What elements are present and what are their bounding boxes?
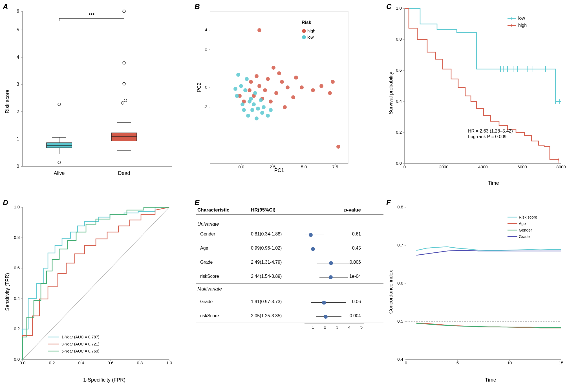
svg-text:0: 0	[17, 164, 19, 169]
svg-point-104	[249, 97, 253, 101]
panel-e-grade2-char: Grade	[200, 299, 213, 304]
svg-point-89	[245, 77, 249, 81]
svg-point-94	[260, 111, 264, 115]
svg-point-67	[274, 91, 278, 95]
panel-e-label: E	[195, 198, 199, 207]
svg-text:3: 3	[17, 82, 19, 87]
svg-point-102	[259, 98, 263, 102]
svg-text:4: 4	[205, 27, 207, 32]
panel-e-age-hr: 0.99(0.96-1.02)	[251, 246, 282, 250]
svg-text:1.0: 1.0	[396, 6, 402, 10]
panel-f-legend-grade: Grade	[519, 234, 530, 239]
svg-text:0.4: 0.4	[397, 357, 403, 362]
panel-e-col-char: Characteristic	[197, 207, 229, 213]
panel-f: F Concordance index Time 0.4 0.5 0.6 0.7…	[383, 196, 578, 392]
svg-text:1: 1	[17, 136, 19, 141]
panel-f-yaxis: Concordance index	[388, 270, 394, 314]
panel-e-grade2-pval: 0.06	[352, 299, 361, 304]
svg-point-192	[324, 315, 328, 319]
svg-point-70	[249, 80, 253, 84]
panel-e-riskscore-pval: 1e-04	[349, 274, 361, 279]
svg-text:2: 2	[205, 47, 207, 51]
svg-text:1: 1	[312, 325, 314, 329]
svg-point-69	[280, 80, 284, 84]
svg-point-36	[124, 99, 127, 102]
svg-point-95	[255, 116, 259, 120]
svg-text:15: 15	[559, 360, 564, 365]
svg-text:0.6: 0.6	[397, 281, 403, 285]
panel-e-grade-pval: 0.006	[350, 260, 361, 265]
svg-point-59	[302, 35, 306, 39]
panel-e-col-pval: p-value	[344, 207, 361, 213]
svg-point-68	[269, 100, 273, 103]
panel-f-legend-age: Age	[519, 221, 526, 226]
svg-point-100	[235, 94, 239, 98]
panel-e-gender-char: Gender	[200, 232, 215, 236]
svg-text:0.7: 0.7	[397, 243, 403, 247]
panel-c-legend-high: high	[518, 23, 527, 28]
svg-point-98	[246, 114, 250, 118]
svg-point-77	[311, 88, 315, 92]
panel-e-col-hr: HR(95%CI)	[251, 207, 275, 213]
panel-e-gender-hr: 0.81(0.34-1.88)	[251, 232, 282, 236]
panel-e-riskscore-char: riskScore	[200, 274, 219, 279]
svg-point-23	[58, 103, 61, 106]
panel-e-gender-pval: 0.61	[352, 232, 361, 236]
svg-text:0.8: 0.8	[396, 37, 402, 41]
panel-e-riskscore2-char: riskScore	[200, 313, 219, 318]
svg-point-103	[269, 108, 273, 112]
svg-text:4: 4	[348, 325, 350, 329]
panel-a-chart: Risk score 0 1 2 3 4 5 6	[3, 3, 186, 192]
svg-text:5: 5	[360, 325, 363, 329]
svg-point-60	[257, 28, 261, 32]
panel-a-xlab-dead: Dead	[118, 170, 130, 176]
panel-a-label: A	[3, 2, 8, 11]
panel-d-legend-3y: 3-Year (AUC = 0.721)	[61, 342, 100, 346]
svg-point-82	[283, 105, 287, 109]
svg-point-85	[255, 74, 259, 78]
svg-rect-39	[210, 11, 348, 164]
panel-c-chart: Survival probability Time 0.0 0.2 0.4 0.…	[386, 3, 572, 192]
svg-point-187	[329, 275, 333, 279]
svg-text:5: 5	[456, 360, 459, 365]
svg-text:4000: 4000	[478, 164, 487, 169]
svg-text:4: 4	[17, 55, 19, 60]
panel-c-label: C	[386, 2, 392, 11]
panel-a-yaxis-label: Risk score	[5, 90, 10, 113]
panel-c-xaxis: Time	[488, 180, 499, 186]
svg-text:0: 0	[205, 85, 207, 89]
panel-b-label: B	[195, 2, 200, 11]
svg-text:0: 0	[405, 360, 407, 365]
svg-text:***: ***	[89, 12, 94, 18]
svg-point-106	[241, 102, 244, 106]
panel-e-age-pval: 0.45	[352, 246, 361, 250]
svg-point-99	[233, 87, 237, 91]
panel-f-legend-gender: Gender	[519, 228, 532, 232]
panel-e-univariate: Univariate	[197, 221, 219, 227]
svg-point-78	[319, 84, 323, 88]
svg-text:1.0: 1.0	[166, 360, 172, 365]
panel-c-legend-low: low	[518, 16, 525, 21]
svg-point-62	[277, 71, 281, 75]
svg-text:1.0: 1.0	[14, 204, 20, 209]
panel-c-hr: HR = 2.63 (1.28–5.42)	[468, 129, 513, 133]
panel-f-legend-riskscore: Risk score	[519, 215, 537, 219]
svg-text:5: 5	[17, 27, 19, 32]
svg-text:3: 3	[336, 325, 338, 329]
svg-text:6000: 6000	[517, 164, 527, 169]
svg-point-181	[309, 233, 313, 237]
svg-point-80	[336, 145, 340, 149]
svg-text:2.5: 2.5	[270, 164, 276, 169]
svg-text:0.2: 0.2	[49, 360, 55, 365]
svg-point-185	[329, 261, 333, 265]
panel-e-multivariate: Multivariate	[197, 286, 222, 292]
panel-e-grade-hr: 2.49(1.31-4.79)	[251, 260, 282, 265]
svg-text:0.6: 0.6	[108, 360, 114, 365]
svg-point-38	[123, 10, 125, 13]
svg-text:0.2: 0.2	[396, 130, 402, 135]
svg-point-88	[243, 88, 247, 92]
svg-text:0.0: 0.0	[14, 357, 20, 362]
svg-point-101	[262, 105, 266, 109]
svg-text:2: 2	[324, 325, 326, 329]
panel-e-riskscore-hr: 2.44(1.54-3.89)	[251, 274, 282, 279]
